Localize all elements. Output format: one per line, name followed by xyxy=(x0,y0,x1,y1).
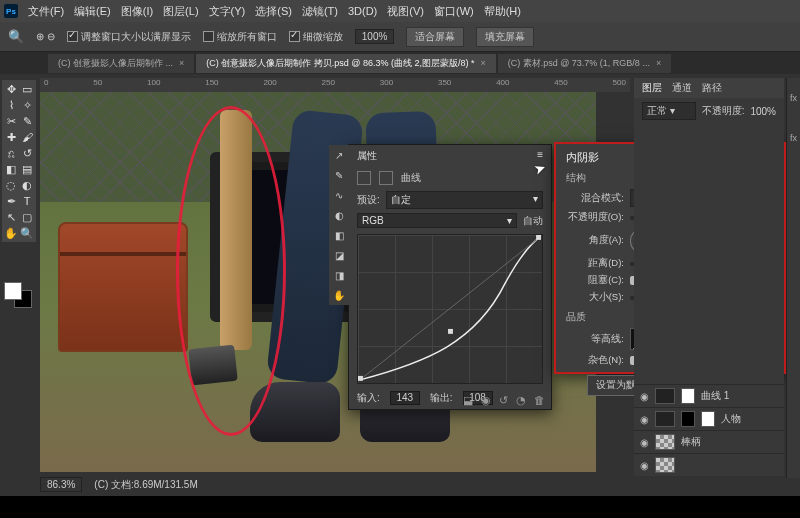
layers-tab[interactable]: 图层 xyxy=(642,81,662,95)
curves-pencil-icon[interactable]: ✎ xyxy=(329,165,349,185)
input-value[interactable]: 143 xyxy=(390,391,420,405)
curves-point-icon[interactable]: ↗ xyxy=(329,145,349,165)
status-zoom[interactable]: 86.3% xyxy=(40,477,82,492)
layer-name[interactable]: 曲线 1 xyxy=(701,389,729,403)
curves-gray-icon[interactable]: ◪ xyxy=(329,245,349,265)
curves-sample-icon[interactable]: ◐ xyxy=(329,205,349,225)
shape-tool-icon[interactable]: ▢ xyxy=(20,210,34,224)
trash-icon[interactable]: 🗑 xyxy=(534,394,545,407)
channels-tab[interactable]: 通道 xyxy=(672,81,692,95)
stamp-tool-icon[interactable]: ⎌ xyxy=(4,146,18,160)
properties-panel[interactable]: ↗ ✎ ∿ ◐ ◧ ◪ ◨ ✋ 属性≡ 曲线 预设:自定▾ RGB▾自动 输入:… xyxy=(348,144,552,410)
menu-image[interactable]: 图像(I) xyxy=(121,4,153,19)
menu-help[interactable]: 帮助(H) xyxy=(484,4,521,19)
input-label: 输入: xyxy=(357,391,380,405)
zoom-tool-icon[interactable]: 🔍 xyxy=(20,226,34,240)
layer-name[interactable]: 人物 xyxy=(721,412,741,426)
fill-screen-button[interactable]: 填充屏幕 xyxy=(476,27,534,47)
opt-resize-window[interactable]: 调整窗口大小以满屏显示 xyxy=(67,30,191,44)
menu-layer[interactable]: 图层(L) xyxy=(163,4,198,19)
history-brush-icon[interactable]: ↺ xyxy=(20,146,34,160)
distance-label: 距离(D): xyxy=(566,257,624,270)
menu-view[interactable]: 视图(V) xyxy=(387,4,424,19)
marquee-tool-icon[interactable]: ▭ xyxy=(20,82,34,96)
layer-name[interactable]: 棒柄 xyxy=(681,435,701,449)
gradient-tool-icon[interactable]: ▤ xyxy=(20,162,34,176)
menu-filter[interactable]: 滤镜(T) xyxy=(302,4,338,19)
right-panel-dock: 图层 通道 路径 正常 ▾ 不透明度: 100% ◉ 曲线 1 ◉ 人物 xyxy=(634,78,784,476)
visibility-icon[interactable]: ◉ xyxy=(640,414,649,425)
properties-tab[interactable]: 属性 xyxy=(357,149,377,163)
opt-scrubby[interactable]: 细微缩放 xyxy=(289,30,343,44)
curves-black-icon[interactable]: ◧ xyxy=(329,225,349,245)
layer-blend-select[interactable]: 正常 ▾ xyxy=(642,102,696,120)
svg-rect-2 xyxy=(358,376,363,381)
angle-label: 角度(A): xyxy=(566,234,624,247)
menu-3d[interactable]: 3D(D) xyxy=(348,5,377,17)
reset-icon[interactable]: ↺ xyxy=(499,394,508,407)
curves-smooth-icon[interactable]: ∿ xyxy=(329,185,349,205)
eyedropper-tool-icon[interactable]: ✎ xyxy=(20,114,34,128)
visibility-icon[interactable]: ◉ xyxy=(640,391,649,402)
menu-type[interactable]: 文字(Y) xyxy=(209,4,246,19)
fit-screen-button[interactable]: 适合屏幕 xyxy=(406,27,464,47)
heal-tool-icon[interactable]: ✚ xyxy=(4,130,18,144)
auto-button[interactable]: 自动 xyxy=(523,214,543,228)
curves-hand-icon[interactable]: ✋ xyxy=(329,285,349,305)
visibility-icon[interactable]: ◉ xyxy=(640,460,649,471)
menu-file[interactable]: 文件(F) xyxy=(28,4,64,19)
paths-tab[interactable]: 路径 xyxy=(702,81,722,95)
fx-indicator-icon[interactable]: fx xyxy=(787,118,800,158)
dodge-tool-icon[interactable]: ◐ xyxy=(20,178,34,192)
menu-window[interactable]: 窗口(W) xyxy=(434,4,474,19)
noise-label: 杂色(N): xyxy=(566,354,624,367)
wand-tool-icon[interactable]: ✧ xyxy=(20,98,34,112)
visibility-icon[interactable]: ◉ xyxy=(640,437,649,448)
blur-tool-icon[interactable]: ◌ xyxy=(4,178,18,192)
zoom-100-button[interactable]: 100% xyxy=(355,29,395,44)
close-icon[interactable]: × xyxy=(656,58,661,68)
pen-tool-icon[interactable]: ✒ xyxy=(4,194,18,208)
path-tool-icon[interactable]: ↖ xyxy=(4,210,18,224)
brush-tool-icon[interactable]: 🖌 xyxy=(20,130,34,144)
eraser-tool-icon[interactable]: ◧ xyxy=(4,162,18,176)
curves-graph[interactable] xyxy=(357,234,543,384)
close-icon[interactable]: × xyxy=(480,58,485,68)
menu-select[interactable]: 选择(S) xyxy=(255,4,292,19)
opt-zoom-all[interactable]: 缩放所有窗口 xyxy=(203,30,277,44)
hand-tool-icon[interactable]: ✋ xyxy=(4,226,18,240)
doc-tab-1[interactable]: (C) 创意摄影人像后期制作 拷贝.psd @ 86.3% (曲线 2,图层蒙版… xyxy=(196,54,495,73)
doc-tab-2[interactable]: (C) 素材.psd @ 73.7% (1, RGB/8 ...× xyxy=(498,54,671,73)
crop-tool-icon[interactable]: ✂ xyxy=(4,114,18,128)
zoom-mode-icons[interactable]: ⊕ ⊖ xyxy=(36,31,55,42)
layer-row[interactable]: ◉ 棒柄 xyxy=(634,430,784,453)
move-tool-icon[interactable]: ✥ xyxy=(4,82,18,96)
channel-select[interactable]: RGB▾ xyxy=(357,213,517,228)
preset-label: 预设: xyxy=(357,193,380,207)
color-swatches[interactable] xyxy=(4,282,32,308)
blend-mode-label: 混合模式: xyxy=(566,192,624,205)
curves-white-icon[interactable]: ◨ xyxy=(329,265,349,285)
layer-row[interactable]: ◉ 人物 xyxy=(634,407,784,430)
menu-edit[interactable]: 编辑(E) xyxy=(74,4,111,19)
layer-opacity-label: 不透明度: xyxy=(702,104,745,118)
layer-thumb xyxy=(655,411,675,427)
adjustment-mask-icon xyxy=(379,171,393,185)
prev-icon[interactable]: ◔ xyxy=(516,394,526,407)
collapsed-panel-strip[interactable]: fx fx xyxy=(786,78,800,478)
type-tool-icon[interactable]: T xyxy=(20,194,34,208)
canvas-suitcase xyxy=(58,222,188,352)
layer-row[interactable]: ◉ 曲线 1 xyxy=(634,384,784,407)
doc-tab-0[interactable]: (C) 创意摄影人像后期制作 ...× xyxy=(48,54,194,73)
lasso-tool-icon[interactable]: ⌇ xyxy=(4,98,18,112)
mask-thumb xyxy=(681,411,695,427)
clip-icon[interactable]: ⬓ xyxy=(463,394,473,407)
foreground-swatch[interactable] xyxy=(4,282,22,300)
layer-opacity-value[interactable]: 100% xyxy=(750,106,776,117)
ps-logo: Ps xyxy=(4,4,18,18)
fx-indicator-icon[interactable]: fx xyxy=(787,78,800,118)
eye-icon[interactable]: ◉ xyxy=(481,394,491,407)
close-icon[interactable]: × xyxy=(179,58,184,68)
preset-select[interactable]: 自定▾ xyxy=(386,191,543,209)
layer-row[interactable]: ◉ xyxy=(634,453,784,476)
